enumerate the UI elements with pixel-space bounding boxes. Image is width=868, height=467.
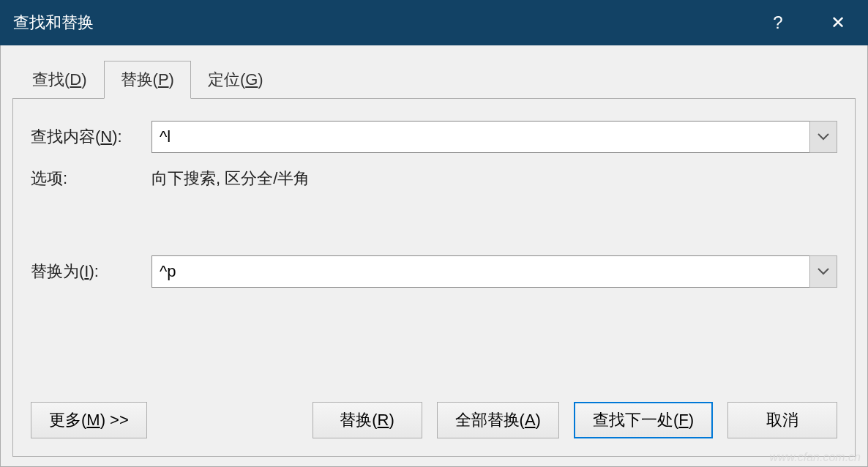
- more-button[interactable]: 更多(M) >>: [31, 402, 147, 438]
- chevron-down-icon: [818, 133, 829, 141]
- options-label: 选项:: [31, 168, 151, 190]
- replace-row: 替换为(I):: [31, 255, 837, 288]
- find-next-button[interactable]: 查找下一处(F): [574, 402, 713, 438]
- options-value: 向下搜索, 区分全/半角: [151, 168, 310, 190]
- titlebar: 查找和替换 ? ✕: [0, 0, 868, 45]
- help-button[interactable]: ?: [748, 0, 808, 45]
- close-button[interactable]: ✕: [808, 0, 868, 45]
- dialog-body: 查找(D) 替换(P) 定位(G) 查找内容(N): 选项: 向下搜索, 区分全…: [0, 45, 868, 467]
- button-row: 更多(M) >> 替换(R) 全部替换(A) 查找下一处(F) 取消: [31, 402, 837, 438]
- cancel-button[interactable]: 取消: [727, 402, 837, 438]
- replace-all-button[interactable]: 全部替换(A): [437, 402, 559, 438]
- find-input[interactable]: [151, 121, 809, 153]
- find-row: 查找内容(N):: [31, 121, 837, 153]
- tab-strip: 查找(D) 替换(P) 定位(G): [15, 60, 856, 98]
- find-label: 查找内容(N):: [31, 126, 151, 148]
- spacer: [162, 402, 298, 438]
- dialog-title: 查找和替换: [13, 12, 748, 34]
- find-dropdown-button[interactable]: [809, 121, 837, 153]
- find-combo: [151, 121, 837, 153]
- replace-combo: [151, 255, 837, 288]
- watermark: www.cfan.com.cn: [770, 451, 861, 464]
- chevron-down-icon: [818, 268, 829, 275]
- tab-panel: 查找内容(N): 选项: 向下搜索, 区分全/半角 替换为(I):: [12, 98, 856, 457]
- tab-goto[interactable]: 定位(G): [191, 61, 280, 99]
- tab-find[interactable]: 查找(D): [15, 61, 104, 99]
- replace-label: 替换为(I):: [31, 261, 151, 283]
- replace-button[interactable]: 替换(R): [313, 402, 422, 438]
- options-row: 选项: 向下搜索, 区分全/半角: [31, 168, 837, 190]
- replace-dropdown-button[interactable]: [809, 255, 837, 288]
- replace-input[interactable]: [151, 255, 809, 288]
- tab-replace[interactable]: 替换(P): [104, 61, 191, 99]
